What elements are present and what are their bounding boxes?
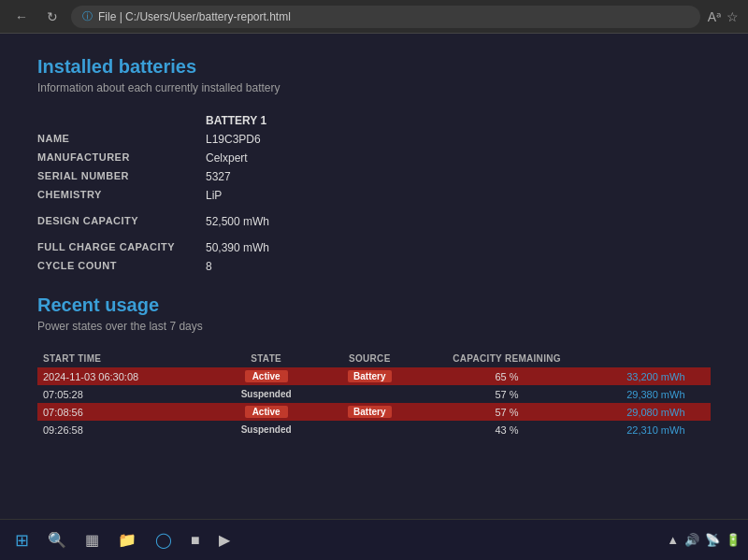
refresh-button[interactable]: ↻ bbox=[41, 7, 64, 26]
battery-field-value: 5327 bbox=[206, 167, 711, 186]
battery-label-header bbox=[37, 111, 206, 130]
taskbar-arrow-up[interactable]: ▲ bbox=[667, 533, 679, 547]
search-taskbar-icon[interactable]: 🔍 bbox=[40, 527, 74, 553]
usage-capacity-pct: 57 % bbox=[412, 385, 600, 403]
usage-start-time: 2024-11-03 06:30:08 bbox=[37, 367, 206, 385]
battery-info-row: SERIAL NUMBER 5327 bbox=[37, 167, 711, 186]
usage-source: Battery bbox=[326, 367, 412, 385]
battery-field-value: L19C3PD6 bbox=[206, 130, 711, 149]
battery-field-label: NAME bbox=[37, 130, 206, 149]
font-size-icon[interactable]: Aᵃ bbox=[708, 9, 721, 24]
battery-field-label: DESIGN CAPACITY bbox=[37, 212, 206, 231]
battery-info-table: BATTERY 1 NAME L19C3PD6 MANUFACTURER Cel… bbox=[37, 111, 711, 276]
battery-field-value: 8 bbox=[206, 257, 711, 276]
installed-batteries-section: Installed batteries Information about ea… bbox=[37, 56, 711, 276]
usage-column-header: CAPACITY REMAINING bbox=[412, 350, 600, 367]
battery-field-value: 52,500 mWh bbox=[206, 212, 711, 231]
usage-column-header: START TIME bbox=[37, 350, 206, 367]
usage-source: Battery bbox=[326, 403, 412, 421]
usage-start-time: 09:26:58 bbox=[37, 421, 206, 438]
battery-icon[interactable]: 🔋 bbox=[726, 533, 741, 547]
network-icon[interactable]: 📡 bbox=[705, 533, 720, 547]
usage-capacity-mwh: 22,310 mWh bbox=[601, 421, 711, 438]
usage-capacity-pct: 43 % bbox=[412, 421, 600, 438]
battery-info-row: NAME L19C3PD6 bbox=[37, 130, 711, 149]
usage-column-header: SOURCE bbox=[326, 350, 412, 367]
usage-state: Active bbox=[206, 403, 326, 421]
taskview-icon[interactable]: ▦ bbox=[78, 527, 107, 553]
usage-state: Suspended bbox=[206, 385, 326, 403]
battery-field-label: FULL CHARGE CAPACITY bbox=[37, 238, 206, 257]
usage-capacity-pct: 57 % bbox=[412, 403, 600, 421]
battery-field-value: Celxpert bbox=[206, 149, 711, 167]
browser-bar: ← ↻ ⓘ File | C:/Users/User/battery-repor… bbox=[0, 0, 748, 34]
content-area: Installed batteries Information about ea… bbox=[0, 34, 748, 519]
usage-capacity-mwh: 29,380 mWh bbox=[601, 385, 711, 403]
taskbar: ⊞ 🔍 ▦ 📁 ◯ ■ ▶ ▲ 🔊 📡 🔋 bbox=[0, 519, 748, 560]
battery-info-row: CHEMISTRY LiP bbox=[37, 186, 711, 205]
usage-start-time: 07:08:56 bbox=[37, 403, 206, 421]
installed-batteries-title: Installed batteries bbox=[37, 56, 711, 78]
usage-table-row: 09:26:58 Suspended 43 % 22,310 mWh bbox=[37, 421, 711, 438]
usage-capacity-pct: 65 % bbox=[412, 367, 600, 385]
taskbar-right: ▲ 🔊 📡 🔋 bbox=[667, 533, 741, 547]
terminal-taskbar-icon[interactable]: ▶ bbox=[211, 527, 237, 553]
usage-table-row: 07:08:56 Active Battery 57 % 29,080 mWh bbox=[37, 403, 711, 421]
usage-table-row: 07:05:28 Suspended 57 % 29,380 mWh bbox=[37, 385, 711, 403]
battery-info-row: MANUFACTURER Celxpert bbox=[37, 149, 711, 167]
battery-field-label: SERIAL NUMBER bbox=[37, 167, 206, 186]
store-taskbar-icon[interactable]: ■ bbox=[183, 528, 208, 553]
recent-usage-section: Recent usage Power states over the last … bbox=[37, 294, 711, 438]
battery-field-label: MANUFACTURER bbox=[37, 149, 206, 167]
back-button[interactable]: ← bbox=[9, 7, 34, 26]
battery-info-row: CYCLE COUNT 8 bbox=[37, 257, 711, 276]
usage-source bbox=[326, 421, 412, 438]
usage-column-header: STATE bbox=[206, 350, 326, 367]
usage-capacity-mwh: 33,200 mWh bbox=[601, 367, 711, 385]
battery-field-value: LiP bbox=[206, 186, 711, 205]
battery-info-row: DESIGN CAPACITY 52,500 mWh bbox=[37, 212, 711, 231]
usage-capacity-mwh: 29,080 mWh bbox=[601, 403, 711, 421]
address-text: File | C:/Users/User/battery-report.html bbox=[98, 10, 291, 23]
battery-info-row: FULL CHARGE CAPACITY 50,390 mWh bbox=[37, 238, 711, 257]
browser-icons: Aᵃ ☆ bbox=[708, 9, 739, 24]
speaker-icon[interactable]: 🔊 bbox=[684, 533, 699, 547]
browser-taskbar-icon[interactable]: ◯ bbox=[148, 527, 180, 553]
battery-field-value: 50,390 mWh bbox=[206, 238, 711, 257]
favorites-icon[interactable]: ☆ bbox=[726, 9, 739, 24]
address-bar[interactable]: ⓘ File | C:/Users/User/battery-report.ht… bbox=[71, 6, 700, 28]
usage-table-row: 2024-11-03 06:30:08 Active Battery 65 % … bbox=[37, 367, 711, 385]
recent-usage-title: Recent usage bbox=[37, 294, 711, 316]
usage-table: START TIMESTATESOURCECAPACITY REMAINING … bbox=[37, 350, 711, 438]
battery-field-label: CYCLE COUNT bbox=[37, 257, 206, 276]
usage-source bbox=[326, 385, 412, 403]
info-icon: ⓘ bbox=[82, 9, 93, 23]
battery-column-header: BATTERY 1 bbox=[206, 111, 711, 130]
usage-state: Suspended bbox=[206, 421, 326, 438]
installed-batteries-subtitle: Information about each currently install… bbox=[37, 81, 711, 94]
files-taskbar-icon[interactable]: 📁 bbox=[110, 527, 144, 553]
battery-field-label: CHEMISTRY bbox=[37, 186, 206, 205]
recent-usage-subtitle: Power states over the last 7 days bbox=[37, 320, 711, 333]
usage-start-time: 07:05:28 bbox=[37, 385, 206, 403]
start-button[interactable]: ⊞ bbox=[7, 526, 36, 554]
usage-state: Active bbox=[206, 367, 326, 385]
